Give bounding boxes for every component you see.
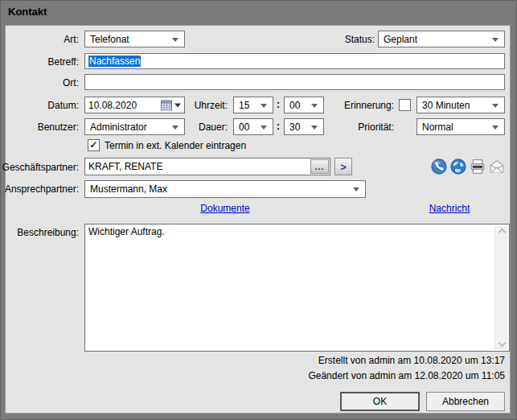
time-separator: : <box>277 121 280 132</box>
print-icon[interactable] <box>470 159 486 175</box>
globe-icon[interactable] <box>450 159 466 175</box>
datum-label: Datum: <box>31 99 79 112</box>
chevron-down-icon <box>492 38 499 42</box>
uhrzeit-minutes-value: 00 <box>289 100 300 111</box>
chevron-down-icon <box>261 104 267 108</box>
uhrzeit-label: Uhrzeit: <box>155 99 228 112</box>
geschaeftspartner-label: Geschäftspartner: <box>2 161 79 174</box>
beschreibung-label: Beschreibung: <box>6 226 79 239</box>
ansprechpartner-combobox[interactable]: Mustermann, Max <box>84 180 366 198</box>
phone-icon[interactable] <box>431 159 447 175</box>
time-separator: : <box>277 99 280 110</box>
chevron-down-icon <box>172 38 178 42</box>
vertical-scrollbar[interactable] <box>494 225 508 350</box>
modified-timestamp: Geändert von admin am 12.08.2020 um 11:0… <box>201 370 505 381</box>
dauer-label: Dauer: <box>155 121 228 134</box>
erinnerung-value: 30 Minuten <box>422 100 470 111</box>
erinnerung-label: Erinnerung: <box>314 99 394 112</box>
prioritaet-label: Priorität: <box>314 121 394 134</box>
window-title: Kontakt <box>8 6 47 18</box>
status-label: Status: <box>294 33 375 46</box>
scroll-up-icon[interactable] <box>499 229 507 237</box>
mail-icon[interactable] <box>489 159 505 175</box>
dauer-hours-value: 00 <box>239 121 249 133</box>
ext-kalender-label: Termin in ext. Kalender eintragen <box>105 139 246 152</box>
kontakt-dialog: Kontakt Art: Telefonat Status: Geplant B… <box>0 0 517 420</box>
betreff-selected-text: Nachfassen <box>88 56 141 67</box>
cancel-button[interactable]: Abbrechen <box>426 392 505 411</box>
beschreibung-value: Wichtiger Auftrag. <box>88 226 165 237</box>
expand-button[interactable]: > <box>334 158 352 175</box>
ext-kalender-checkbox[interactable] <box>88 139 100 151</box>
ort-input[interactable] <box>84 74 505 90</box>
erinnerung-combobox[interactable]: 30 Minuten <box>416 97 505 113</box>
art-combobox[interactable]: Telefonat <box>84 31 185 47</box>
nachricht-link[interactable]: Nachricht <box>394 203 505 214</box>
chevron-down-icon <box>261 126 267 130</box>
chevron-down-icon <box>353 187 359 191</box>
ansprechpartner-value: Mustermann, Max <box>90 183 167 195</box>
chevron-down-icon <box>492 104 499 108</box>
uhrzeit-hours-value: 15 <box>239 100 249 111</box>
geschaeftspartner-value: KRAFT, RENATE <box>88 161 162 172</box>
status-combobox[interactable]: Geplant <box>378 31 505 47</box>
created-timestamp: Erstellt von admin am 10.08.2020 um 13:1… <box>201 355 505 366</box>
betreff-input[interactable]: Nachfassen <box>84 53 505 69</box>
benutzer-value: Administrator <box>90 121 147 133</box>
contact-toolbar <box>431 159 505 175</box>
art-label: Art: <box>31 33 79 46</box>
uhrzeit-hours-combobox[interactable]: 15 <box>233 97 273 113</box>
dokumente-link[interactable]: Dokumente <box>84 203 366 214</box>
dauer-hours-combobox[interactable]: 00 <box>233 118 273 135</box>
erinnerung-checkbox[interactable] <box>399 99 411 111</box>
scroll-down-icon[interactable] <box>499 340 507 348</box>
betreff-label: Betreff: <box>6 56 79 68</box>
ansprechpartner-label: Ansprechpartner: <box>2 183 79 196</box>
benutzer-label: Benutzer: <box>6 121 79 134</box>
datum-value: 10.08.2020 <box>88 100 137 111</box>
chevron-down-icon <box>492 126 499 130</box>
dauer-minutes-value: 30 <box>289 121 300 133</box>
status-value: Geplant <box>384 34 417 45</box>
beschreibung-textarea[interactable]: Wichtiger Auftrag. <box>84 224 510 352</box>
prioritaet-combobox[interactable]: Normal <box>416 118 505 135</box>
prioritaet-value: Normal <box>422 121 453 133</box>
browse-button[interactable]: ... <box>310 159 329 174</box>
ort-label: Ort: <box>6 76 79 89</box>
ok-button[interactable]: OK <box>340 392 420 411</box>
art-value: Telefonat <box>90 34 129 45</box>
geschaeftspartner-input[interactable]: KRAFT, RENATE ... <box>84 158 330 175</box>
